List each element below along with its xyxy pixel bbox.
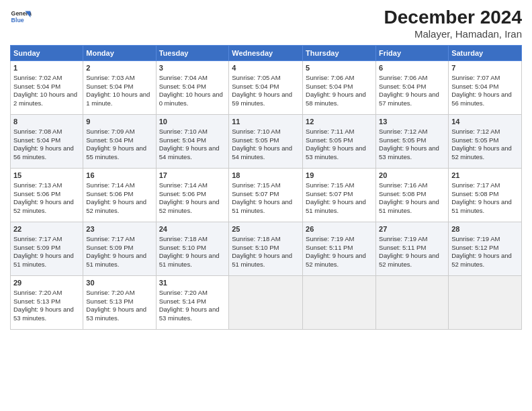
main-title: December 2024 — [384, 7, 522, 28]
sunrise: Sunrise: 7:10 AM — [159, 128, 208, 135]
table-row: 29Sunrise: 7:20 AMSunset: 5:13 PMDayligh… — [11, 276, 83, 330]
day-number: 8 — [13, 117, 80, 127]
table-row: 18Sunrise: 7:15 AMSunset: 5:07 PMDayligh… — [229, 169, 303, 222]
table-row: 3Sunrise: 7:04 AMSunset: 5:04 PMDaylight… — [156, 61, 229, 115]
sunset: Sunset: 5:07 PM — [306, 190, 353, 197]
table-row: 16Sunrise: 7:14 AMSunset: 5:06 PMDayligh… — [83, 169, 156, 222]
sunrise: Sunrise: 7:20 AM — [159, 289, 208, 296]
daylight-label: Daylight: 9 hours and 54 minutes. — [232, 144, 292, 161]
sunset: Sunset: 5:04 PM — [13, 136, 60, 144]
daylight-label: Daylight: 9 hours and 57 minutes. — [379, 91, 439, 107]
day-number: 31 — [159, 278, 226, 288]
daylight-label: Daylight: 9 hours and 51 minutes. — [379, 198, 439, 214]
sunrise: Sunrise: 7:02 AM — [13, 74, 62, 81]
daylight-label: Daylight: 9 hours and 53 minutes. — [379, 144, 439, 161]
daylight-label: Daylight: 9 hours and 53 minutes. — [306, 144, 366, 161]
table-row: 23Sunrise: 7:17 AMSunset: 5:09 PMDayligh… — [83, 222, 156, 276]
sunset: Sunset: 5:04 PM — [86, 83, 133, 90]
sunset: Sunset: 5:09 PM — [86, 244, 133, 251]
day-number: 27 — [379, 224, 445, 234]
sunrise: Sunrise: 7:03 AM — [86, 74, 134, 81]
col-tuesday: Tuesday — [156, 46, 229, 61]
table-row — [303, 276, 376, 330]
sunrise: Sunrise: 7:05 AM — [232, 74, 280, 81]
sunset: Sunset: 5:04 PM — [159, 83, 206, 90]
day-number: 12 — [306, 117, 373, 127]
daylight-label: Daylight: 9 hours and 55 minutes. — [86, 144, 146, 161]
sub-title: Malayer, Hamadan, Iran — [384, 28, 522, 40]
daylight-label: Daylight: 9 hours and 56 minutes. — [13, 144, 74, 161]
day-number: 30 — [86, 278, 152, 288]
table-row: 28Sunrise: 7:19 AMSunset: 5:12 PMDayligh… — [449, 222, 522, 276]
day-number: 29 — [13, 278, 80, 288]
calendar: Sunday Monday Tuesday Wednesday Thursday… — [10, 45, 522, 330]
table-row: 10Sunrise: 7:10 AMSunset: 5:04 PMDayligh… — [156, 115, 229, 169]
daylight-label: Daylight: 9 hours and 52 minutes. — [86, 198, 146, 214]
sunset: Sunset: 5:05 PM — [379, 136, 426, 144]
sunset: Sunset: 5:10 PM — [159, 244, 206, 251]
day-number: 1 — [13, 63, 80, 73]
daylight-label: Daylight: 9 hours and 52 minutes. — [451, 252, 512, 268]
daylight-label: Daylight: 9 hours and 58 minutes. — [306, 91, 366, 107]
title-block: December 2024 Malayer, Hamadan, Iran — [384, 7, 522, 40]
sunset: Sunset: 5:04 PM — [159, 136, 206, 144]
daylight-label: Daylight: 9 hours and 52 minutes. — [13, 198, 74, 214]
table-row — [449, 276, 522, 330]
day-number: 20 — [379, 171, 445, 181]
sunset: Sunset: 5:14 PM — [159, 298, 206, 305]
sunrise: Sunrise: 7:19 AM — [379, 235, 427, 242]
daylight-label: Daylight: 9 hours and 53 minutes. — [86, 306, 146, 322]
daylight-label: Daylight: 9 hours and 56 minutes. — [451, 91, 512, 107]
table-row: 2Sunrise: 7:03 AMSunset: 5:04 PMDaylight… — [83, 61, 156, 115]
col-monday: Monday — [83, 46, 156, 61]
header: General Blue December 2024 Malayer, Hama… — [10, 7, 522, 40]
day-number: 24 — [159, 224, 226, 234]
table-row: 14Sunrise: 7:12 AMSunset: 5:05 PMDayligh… — [449, 115, 522, 169]
sunrise: Sunrise: 7:18 AM — [159, 235, 208, 242]
table-row: 26Sunrise: 7:19 AMSunset: 5:11 PMDayligh… — [303, 222, 376, 276]
daylight-label: Daylight: 9 hours and 52 minutes. — [306, 252, 366, 268]
daylight-label: Daylight: 9 hours and 51 minutes. — [306, 198, 366, 214]
sunrise: Sunrise: 7:16 AM — [379, 181, 427, 189]
day-number: 18 — [232, 171, 300, 181]
sunset: Sunset: 5:04 PM — [451, 83, 498, 90]
sunset: Sunset: 5:10 PM — [232, 244, 279, 251]
sunrise: Sunrise: 7:18 AM — [232, 235, 280, 242]
table-row: 30Sunrise: 7:20 AMSunset: 5:13 PMDayligh… — [83, 276, 156, 330]
sunset: Sunset: 5:11 PM — [306, 244, 353, 251]
table-row: 9Sunrise: 7:09 AMSunset: 5:04 PMDaylight… — [83, 115, 156, 169]
sunset: Sunset: 5:12 PM — [451, 244, 498, 251]
day-number: 6 — [379, 63, 445, 73]
logo: General Blue — [10, 7, 32, 28]
daylight-label: Daylight: 10 hours and 0 minutes. — [159, 91, 223, 107]
day-number: 26 — [306, 224, 373, 234]
sunrise: Sunrise: 7:20 AM — [13, 289, 62, 296]
logo-icon: General Blue — [10, 7, 32, 28]
daylight-label: Daylight: 9 hours and 51 minutes. — [232, 198, 292, 214]
day-number: 21 — [451, 171, 519, 181]
table-row: 11Sunrise: 7:10 AMSunset: 5:05 PMDayligh… — [229, 115, 303, 169]
sunset: Sunset: 5:06 PM — [86, 190, 133, 197]
table-row: 17Sunrise: 7:14 AMSunset: 5:06 PMDayligh… — [156, 169, 229, 222]
sunset: Sunset: 5:04 PM — [13, 83, 60, 90]
table-row: 27Sunrise: 7:19 AMSunset: 5:11 PMDayligh… — [376, 222, 449, 276]
sunset: Sunset: 5:05 PM — [232, 136, 279, 144]
sunrise: Sunrise: 7:10 AM — [232, 128, 280, 135]
table-row: 21Sunrise: 7:17 AMSunset: 5:08 PMDayligh… — [449, 169, 522, 222]
day-number: 13 — [379, 117, 445, 127]
day-number: 9 — [86, 117, 152, 127]
svg-text:Blue: Blue — [11, 17, 24, 24]
table-row — [376, 276, 449, 330]
table-row: 6Sunrise: 7:06 AMSunset: 5:04 PMDaylight… — [376, 61, 449, 115]
col-wednesday: Wednesday — [229, 46, 303, 61]
day-number: 4 — [232, 63, 300, 73]
sunrise: Sunrise: 7:06 AM — [379, 74, 427, 81]
day-number: 28 — [451, 224, 519, 234]
table-row: 5Sunrise: 7:06 AMSunset: 5:04 PMDaylight… — [303, 61, 376, 115]
day-number: 10 — [159, 117, 226, 127]
table-row: 24Sunrise: 7:18 AMSunset: 5:10 PMDayligh… — [156, 222, 229, 276]
day-number: 23 — [86, 224, 152, 234]
page: General Blue December 2024 Malayer, Hama… — [0, 0, 532, 411]
table-row: 15Sunrise: 7:13 AMSunset: 5:06 PMDayligh… — [11, 169, 83, 222]
table-row: 20Sunrise: 7:16 AMSunset: 5:08 PMDayligh… — [376, 169, 449, 222]
